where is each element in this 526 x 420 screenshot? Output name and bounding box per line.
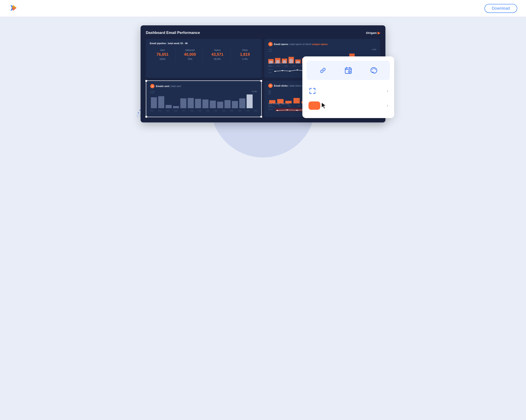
expand-icon bbox=[308, 87, 316, 95]
svg-point-105 bbox=[296, 110, 298, 111]
stat-delivered: Delivered 40,000 70% bbox=[177, 48, 203, 62]
svg-rect-73 bbox=[151, 97, 157, 108]
sent-bar-chart bbox=[150, 94, 257, 108]
svg-rect-40 bbox=[269, 61, 273, 63]
stat-sent-pct: 100% bbox=[159, 58, 165, 60]
svg-rect-86 bbox=[247, 94, 253, 108]
logo bbox=[9, 3, 18, 14]
top-bar: Download bbox=[0, 0, 526, 17]
svg-point-62 bbox=[297, 70, 298, 70]
cursor-row-left bbox=[308, 102, 327, 110]
svg-marker-122 bbox=[322, 102, 326, 109]
orange-button-preview bbox=[308, 102, 320, 110]
svg-point-12 bbox=[137, 114, 138, 115]
sent-header: ✉ Emails sent | total sent bbox=[150, 84, 257, 88]
svg-point-59 bbox=[274, 71, 276, 72]
svg-point-104 bbox=[286, 110, 288, 110]
cursor-icon bbox=[321, 102, 327, 109]
svg-rect-76 bbox=[173, 106, 179, 108]
svg-point-119 bbox=[373, 68, 374, 69]
svg-rect-75 bbox=[165, 105, 172, 108]
svg-rect-80 bbox=[202, 100, 209, 108]
svg-marker-1 bbox=[12, 8, 17, 11]
svg-point-15 bbox=[137, 116, 138, 117]
svg-rect-79 bbox=[195, 99, 201, 108]
sent-icon: ✉ bbox=[150, 84, 155, 88]
svg-rect-77 bbox=[180, 98, 186, 108]
svg-text:0%: 0% bbox=[268, 72, 272, 73]
svg-rect-41 bbox=[276, 60, 279, 63]
cursor-area bbox=[308, 102, 327, 110]
pipeline-sublabel: total week 33 - 46 bbox=[168, 42, 188, 45]
palette-icon-button[interactable] bbox=[367, 64, 380, 77]
stat-sent-value: 76,651 bbox=[157, 52, 169, 57]
svg-rect-88 bbox=[277, 99, 283, 103]
stat-opens-value: 43,571 bbox=[212, 52, 223, 57]
brand-name: iOrigam bbox=[366, 31, 377, 35]
sent-title: Emails sent | total sent bbox=[156, 85, 181, 87]
opens-title: Email opens | total opens of which uniqu… bbox=[274, 43, 328, 45]
svg-rect-89 bbox=[285, 101, 292, 103]
cursor-row[interactable]: › bbox=[307, 99, 390, 112]
stat-clicks-pct: 2.4% bbox=[242, 58, 248, 60]
svg-rect-42 bbox=[283, 60, 286, 63]
svg-point-60 bbox=[282, 70, 283, 71]
pipeline-label: Email pipeline | total week 33 - 46 bbox=[150, 42, 258, 45]
svg-marker-2 bbox=[12, 5, 17, 8]
svg-rect-83 bbox=[224, 100, 231, 108]
svg-point-61 bbox=[289, 71, 291, 72]
schedule-icon-button[interactable] bbox=[342, 64, 354, 77]
stat-sent: Sent 76,651 100% bbox=[150, 48, 176, 62]
pipeline-section: Email pipeline | total week 33 - 46 Sent… bbox=[146, 39, 262, 78]
emails-sent-section: ✉ Emails sent | total sent 11,069 10,000… bbox=[146, 81, 262, 117]
stat-delivered-pct: 70% bbox=[188, 58, 192, 60]
main-content: Dashboard Email Performance iOrigam ▶ Em… bbox=[132, 17, 394, 135]
svg-rect-113 bbox=[345, 68, 351, 73]
dashboard-header: Dashboard Email Performance iOrigam ▶ bbox=[146, 31, 380, 35]
stat-clicks-label: Clicks bbox=[242, 49, 248, 51]
expand-row-left bbox=[308, 87, 316, 95]
svg-point-118 bbox=[372, 69, 373, 70]
svg-rect-90 bbox=[293, 98, 300, 103]
opens-icon: ✉ bbox=[268, 42, 273, 46]
stat-clicks-value: 1,819 bbox=[240, 52, 250, 57]
stat-delivered-label: Delivered bbox=[185, 49, 195, 51]
svg-rect-87 bbox=[269, 100, 275, 103]
expand-chevron-icon: › bbox=[387, 89, 388, 93]
brand-arrow-icon: ▶ bbox=[378, 31, 380, 35]
svg-rect-84 bbox=[232, 101, 238, 108]
download-button[interactable]: Download bbox=[485, 4, 517, 13]
stat-clicks: Clicks 1,819 2.4% bbox=[232, 48, 258, 62]
clicks-icon: ✉ bbox=[268, 83, 273, 88]
stat-opens-pct: 56.8% bbox=[214, 58, 221, 60]
svg-text:5%: 5% bbox=[268, 109, 273, 110]
svg-rect-81 bbox=[210, 101, 216, 108]
expand-row[interactable]: › bbox=[307, 84, 390, 98]
svg-rect-74 bbox=[158, 96, 164, 108]
link-icon-button[interactable] bbox=[317, 64, 329, 77]
svg-text:50%: 50% bbox=[268, 69, 273, 70]
svg-rect-85 bbox=[239, 98, 245, 108]
stat-opens-label: Opens bbox=[214, 49, 221, 51]
svg-point-120 bbox=[374, 68, 375, 69]
sent-weeks: W33W34 W35W36 W37W38 W39W40 W41W42 W43W4… bbox=[150, 110, 257, 112]
stat-sent-label: Sent bbox=[160, 49, 165, 51]
svg-point-121 bbox=[375, 69, 376, 70]
pipeline-title: Email pipeline bbox=[150, 42, 166, 45]
svg-point-3 bbox=[138, 112, 139, 113]
svg-rect-44 bbox=[296, 61, 300, 63]
popup-card: › › bbox=[302, 56, 394, 118]
stat-delivered-value: 40,000 bbox=[184, 52, 196, 57]
brand-logo: iOrigam ▶ bbox=[366, 31, 380, 35]
stat-opens: Opens 43,571 56.8% bbox=[205, 48, 230, 62]
dashboard-title: Dashboard Email Performance bbox=[146, 31, 200, 35]
svg-rect-82 bbox=[217, 102, 223, 108]
opens-header: ✉ Email opens | total opens of which uni… bbox=[268, 42, 376, 46]
cursor-chevron-icon: › bbox=[387, 104, 388, 108]
pipeline-stats: Sent 76,651 100% Delivered 40,000 70% Op… bbox=[150, 48, 258, 62]
svg-rect-43 bbox=[289, 59, 293, 63]
svg-point-103 bbox=[276, 110, 278, 111]
svg-rect-78 bbox=[188, 98, 194, 108]
popup-icons-row bbox=[307, 61, 390, 80]
